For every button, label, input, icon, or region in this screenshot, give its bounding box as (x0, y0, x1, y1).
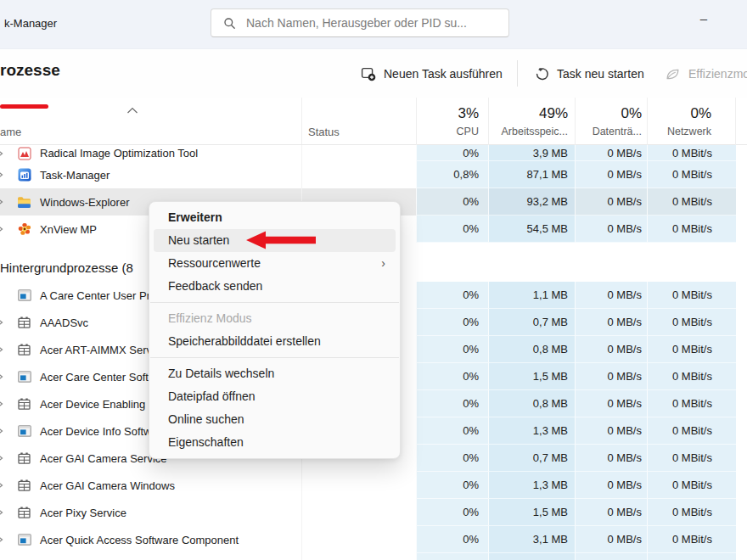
process-name-label: Acer GAI Camera Service (40, 452, 167, 465)
disk-value-cell: 0 MB/s (575, 390, 647, 417)
memory-value-cell: 93,2 MB (488, 188, 575, 216)
page-title: rozesse (0, 61, 60, 80)
cpu-value-cell: 0% (416, 363, 488, 390)
network-value-cell: 0 MBit/s (647, 282, 736, 309)
disk-value-cell: 0 MB/s (575, 472, 647, 499)
appwin-icon (17, 534, 31, 546)
column-header-disk[interactable]: 0% Datenträ... (575, 98, 647, 145)
disk-value-cell: 0 MB/s (575, 499, 647, 526)
new-task-icon (361, 66, 376, 81)
task-manager-window: k-Manager – rozesse Neuen Task ausführen… (0, 0, 747, 560)
network-value-cell: 0 MBit/s (647, 336, 736, 363)
disk-value-cell: 0 MB/s (575, 417, 647, 445)
expand-chevron-icon[interactable] (0, 171, 3, 179)
expand-chevron-icon[interactable] (0, 345, 3, 354)
process-status-cell (301, 553, 416, 560)
table-header: ame Status 3% CPU 49% Arbeitsspeic... 0%… (0, 98, 747, 145)
expand-chevron-icon[interactable] (0, 149, 3, 158)
cpu-value-cell: 0% (416, 282, 488, 309)
folder-icon (17, 196, 31, 209)
column-header-name[interactable]: ame (0, 126, 21, 138)
memory-value-cell: 1,1 MB (488, 282, 575, 309)
process-name-cell: Radical Image Optimization Tool (0, 145, 301, 161)
restart-task-button[interactable]: Task neu starten (528, 60, 651, 87)
cpu-value-cell: 0% (416, 216, 488, 243)
memory-value-cell: 3,0 MB (488, 553, 575, 560)
expand-chevron-icon[interactable] (0, 372, 3, 381)
run-new-task-label: Neuen Task ausführen (384, 67, 503, 81)
process-name-label: Acer GAI Camera Windows (40, 479, 175, 492)
process-status-cell (301, 499, 416, 526)
expand-chevron-icon[interactable] (0, 508, 3, 517)
appwin-icon (17, 425, 31, 437)
red-arrow-annotation (244, 230, 317, 254)
menu-item-ressourcenwerte[interactable]: Ressourcenwerte› (154, 252, 396, 275)
run-new-task-button[interactable]: Neuen Task ausführen (354, 60, 509, 87)
table-row[interactable]: Acer Pixy Service0%1,5 MB0 MB/s0 MBit/s (0, 499, 747, 526)
cpu-value-cell: 0% (416, 336, 488, 363)
submenu-chevron-icon: › (381, 252, 385, 275)
expand-chevron-icon[interactable] (0, 400, 3, 408)
leaf-icon (665, 67, 681, 81)
expand-chevron-icon[interactable] (0, 427, 3, 435)
menu-item-dateipfad-öffnen[interactable]: Dateipfad öffnen (154, 385, 396, 408)
table-row[interactable]: Acer Quick Access User Pro0%3,0 MB0 MB/s… (0, 553, 747, 560)
process-name-cell: Acer GAI Camera Windows (0, 472, 301, 499)
expand-chevron-icon[interactable] (0, 225, 3, 233)
menu-item-feedback-senden[interactable]: Feedback senden (154, 275, 396, 298)
disk-value-cell: 0 MB/s (575, 363, 647, 390)
disk-value-cell: 0 MB/s (575, 336, 647, 363)
network-value-cell: 0 MBit/s (647, 553, 736, 560)
menu-item-eigenschaften[interactable]: Eigenschaften (154, 431, 396, 454)
memory-value-cell: 0,7 MB (488, 309, 575, 336)
menu-item-zu-details-wechseln[interactable]: Zu Details wechseln (154, 362, 396, 385)
expand-chevron-icon[interactable] (0, 198, 3, 206)
column-header-cpu[interactable]: 3% CPU (416, 98, 488, 145)
expand-chevron-icon[interactable] (0, 535, 3, 544)
efficiency-mode-button[interactable]: Effizienzmodus (658, 60, 747, 87)
menu-item-online-suchen[interactable]: Online suchen (154, 408, 396, 431)
network-value-cell: 0 MBit/s (647, 526, 736, 553)
taskmgr-icon (17, 168, 31, 182)
appwin-icon (17, 371, 31, 383)
menu-divider (150, 302, 399, 303)
memory-value-cell: 0,8 MB (488, 390, 575, 417)
column-header-status[interactable]: Status (308, 126, 340, 138)
disk-value-cell: 0 MB/s (575, 282, 647, 309)
menu-item-effizienz-modus[interactable]: Effizienz Modus (154, 307, 396, 330)
expand-chevron-icon[interactable] (0, 454, 3, 462)
titlebar: k-Manager – (0, 0, 747, 49)
process-name-label: Acer ART-AIMMX Serv (40, 344, 152, 356)
process-name-label: Acer Quick Access Software Component (40, 534, 239, 546)
memory-value-cell: 3,9 MB (488, 145, 575, 161)
process-status-cell (301, 161, 416, 188)
disk-value-cell: 0 MB/s (575, 216, 647, 243)
memory-value-cell: 0,8 MB (488, 336, 575, 363)
table-row[interactable]: Acer Quick Access Software Component0%3,… (0, 526, 747, 553)
column-header-memory[interactable]: 49% Arbeitsspeic... (488, 98, 575, 145)
search-box[interactable] (211, 8, 509, 37)
column-divider (301, 98, 302, 144)
process-name-cell: Acer Quick Access Software Component (0, 526, 301, 553)
search-input[interactable] (244, 15, 508, 31)
table-row[interactable]: Radical Image Optimization Tool0%3,9 MB0… (0, 145, 747, 161)
process-name-label: Task-Manager (40, 169, 110, 182)
memory-value-cell: 1,3 MB (488, 417, 575, 445)
menu-item-erweitern[interactable]: Erweitern (154, 206, 396, 229)
disk-value-cell: 0 MB/s (575, 145, 647, 161)
process-name-cell: Acer Quick Access User Pro (0, 553, 301, 560)
cpu-value-cell: 0% (416, 188, 488, 216)
column-header-network[interactable]: 0% Netzwerk (647, 98, 736, 145)
expand-chevron-icon[interactable] (0, 481, 3, 490)
table-row[interactable]: Acer GAI Camera Windows0%1,3 MB0 MB/s0 M… (0, 472, 747, 499)
minimize-button[interactable]: – (684, 3, 723, 32)
table-row[interactable]: Task-Manager0,8%87,1 MB0 MB/s0 MBit/s (0, 161, 747, 188)
menu-item-speicherabbilddatei-erstellen[interactable]: Speicherabbilddatei erstellen (154, 330, 396, 353)
disk-value-cell: 0 MB/s (575, 553, 647, 560)
restart-icon (535, 67, 549, 81)
process-name-label: AAADSvc (40, 316, 88, 329)
process-status-cell (301, 472, 416, 499)
expand-chevron-icon[interactable] (0, 318, 3, 327)
process-name-cell: Acer Pixy Service (0, 499, 301, 526)
process-name-label: XnView MP (40, 223, 97, 236)
